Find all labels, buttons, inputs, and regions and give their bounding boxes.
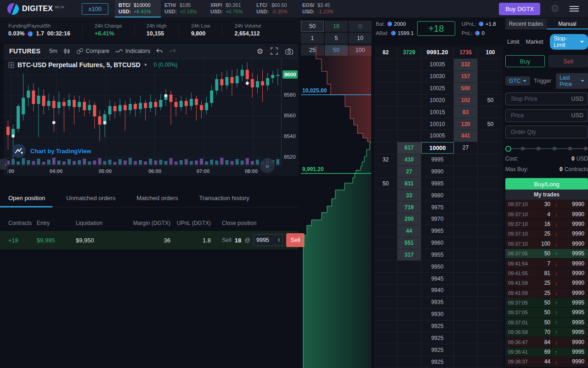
ladder-sell-flash-9960[interactable]	[374, 237, 397, 249]
ladder-ask-9960[interactable]	[454, 237, 478, 249]
settings-gear-icon[interactable]: ⚙	[550, 4, 560, 14]
ladder-bid-9995[interactable]: 410	[397, 154, 421, 166]
ladder-bid-9940[interactable]	[397, 285, 421, 296]
order-type-market[interactable]: Market	[526, 39, 543, 45]
ladder-sell-flash-9925[interactable]	[374, 332, 397, 344]
ladder-ask-10025[interactable]: 500	[454, 83, 478, 94]
slider-stop[interactable]	[537, 147, 540, 150]
ladder-ask-10015[interactable]: 83	[454, 106, 478, 118]
ladder-sell-flash-9930[interactable]	[374, 309, 397, 320]
order-qty-field[interactable]	[505, 126, 588, 138]
ladder-sell-flash-10015[interactable]	[374, 106, 397, 118]
ladder-buy-flash-10010[interactable]: 50	[478, 118, 503, 130]
brand[interactable]: DIGITEX BETA	[7, 3, 64, 15]
qty-button-5[interactable]: 5	[325, 33, 348, 44]
depth-chart[interactable]: 10,025.00 9,991.20	[301, 46, 371, 368]
ladder-sell-flash-10025[interactable]	[374, 83, 397, 94]
fullscreen-icon[interactable]	[271, 47, 278, 55]
ticker-btc-usd[interactable]: BTC/USD:$10000+6.41%	[115, 0, 161, 17]
ladder-price-9940[interactable]: 9940	[421, 285, 454, 296]
qty-button-50[interactable]: 50	[301, 21, 324, 32]
ladder-sell-flash-9975[interactable]	[374, 201, 397, 213]
ladder-buy-flash-10030[interactable]	[478, 71, 503, 82]
ladder-bid-10030[interactable]	[397, 71, 421, 82]
tif-dropdown[interactable]: GTC	[505, 76, 530, 86]
ladder-bid-10020[interactable]	[397, 95, 421, 106]
ladder-sell-flash-9985[interactable]: 50	[374, 178, 397, 189]
ladder-buy-flash-9970[interactable]	[478, 213, 503, 225]
indicators-button[interactable]: Indicators	[115, 48, 150, 54]
slider-stop[interactable]	[584, 147, 588, 150]
ladder-ask-9925[interactable]	[454, 332, 478, 344]
tab-open-position[interactable]: Open position	[8, 189, 45, 207]
chevron-down-icon[interactable]: ▼	[144, 63, 148, 67]
ladder-ask-9950[interactable]	[454, 261, 478, 272]
ladder-sell-flash-9990[interactable]	[374, 166, 397, 178]
ladder-ask-9930[interactable]	[454, 309, 478, 320]
ladder-sell-flash-10010[interactable]	[374, 118, 397, 130]
order-qty-input[interactable]	[510, 128, 583, 136]
ladder-buy-flash-9925[interactable]	[478, 321, 503, 332]
ladder-buy-flash-9955[interactable]	[478, 249, 503, 261]
ladder-ask-9945[interactable]	[454, 273, 478, 284]
ladder-buy-flash-9925[interactable]	[478, 344, 503, 356]
price-field[interactable]: USD	[505, 109, 588, 122]
candle-style-icon[interactable]	[63, 48, 70, 55]
ladder-price-10015[interactable]: 10015	[421, 106, 454, 118]
ladder-bid-9925[interactable]	[397, 356, 421, 368]
ladder-sell-flash-10000[interactable]	[374, 142, 397, 154]
candlestick-chart[interactable]: BTC-USD Perpetual Futures, 5, BTCUSD ▼ 0…	[4, 58, 281, 166]
ladder-sell-flash-9925[interactable]	[374, 344, 397, 356]
ladder-buy-flash-10035[interactable]	[478, 59, 503, 70]
stop-price-field[interactable]: USD	[505, 92, 588, 105]
ladder-ask-9970[interactable]	[454, 213, 478, 225]
ladder-bid-9925[interactable]	[397, 321, 421, 332]
ladder-bid-10010[interactable]	[397, 118, 421, 130]
ladder-ask-10020[interactable]: 102	[454, 95, 478, 106]
interval-button[interactable]: 5m	[49, 48, 57, 54]
ladder-price-9980[interactable]: 9980	[421, 190, 454, 201]
ladder-ask-9925[interactable]	[454, 344, 478, 356]
ladder-bid-9960[interactable]: 551	[397, 237, 421, 249]
slider-stop[interactable]	[521, 147, 525, 150]
ladder-bid-9970[interactable]: 200	[397, 213, 421, 225]
ladder-sell-flash-9980[interactable]	[374, 190, 397, 201]
scroll-to-recent-button[interactable]: »	[260, 158, 275, 173]
ladder-ask-9925[interactable]	[454, 356, 478, 368]
ladder-buy-flash-9985[interactable]	[478, 178, 503, 189]
snapshot-camera-icon[interactable]	[285, 48, 293, 55]
ladder-sell-flash-9940[interactable]	[374, 285, 397, 296]
ladder-bid-9930[interactable]	[397, 309, 421, 320]
ladder-price-9970[interactable]: 9970	[421, 213, 454, 225]
price-input[interactable]	[510, 112, 569, 119]
ladder-price-10035[interactable]: 10035	[421, 59, 454, 70]
ladder-sell-flash-9955[interactable]	[374, 249, 397, 261]
ladder-ask-9985[interactable]	[454, 178, 478, 189]
ladder-price-9930[interactable]: 9930	[421, 309, 454, 320]
leverage-button[interactable]: x100	[82, 3, 108, 15]
ladder-buy-flash-9995[interactable]	[478, 154, 503, 166]
ladder-price-10010[interactable]: 10010	[421, 118, 454, 130]
ladder-bid-10005[interactable]	[397, 130, 421, 142]
ladder-price-9960[interactable]: 9960	[421, 237, 454, 249]
ladder-bid-10035[interactable]	[397, 59, 421, 70]
ladder-sell-flash-9935[interactable]	[374, 297, 397, 308]
ladder-price-9975[interactable]: 9975	[421, 201, 454, 213]
ladder-bid-10015[interactable]	[397, 106, 421, 118]
ladder-price-9995[interactable]: 9995	[421, 154, 454, 166]
ladder-ask-10030[interactable]: 157	[454, 71, 478, 82]
ladder-buy-flash-10005[interactable]	[478, 130, 503, 142]
ladder-bid-9925[interactable]	[397, 344, 421, 356]
ladder-ask-9995[interactable]	[454, 154, 478, 166]
ladder-ask-10000[interactable]: 27	[454, 142, 478, 154]
ladder-price-9925[interactable]: 9925	[421, 344, 454, 356]
ladder-price-10025[interactable]: 10025	[421, 83, 454, 94]
ladder-bid-9975[interactable]: 719	[397, 201, 421, 213]
ladder-buy-flash-10000[interactable]	[478, 142, 503, 154]
ticker-xrp-usd[interactable]: XRP/USD:$0.261+0.76%	[207, 0, 253, 17]
ladder-ask-9925[interactable]	[454, 321, 478, 332]
qty-button-1[interactable]: 1	[301, 33, 324, 44]
slider-stop[interactable]	[568, 147, 572, 150]
ladder-bid-9985[interactable]: 811	[397, 178, 421, 189]
ladder-buy-flash-10025[interactable]	[478, 83, 503, 94]
